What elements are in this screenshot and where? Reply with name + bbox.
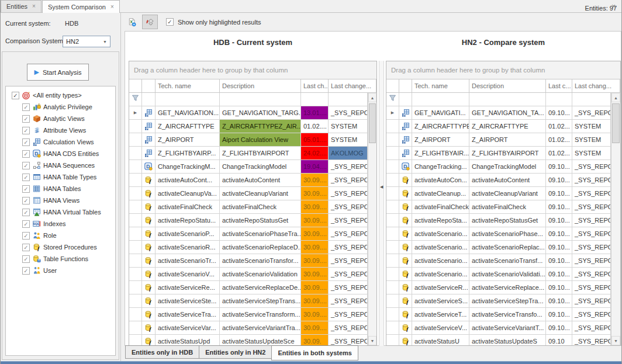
highlight-toggle-button[interactable] bbox=[142, 15, 158, 29]
comparison-system-select[interactable]: HN2 ▼ bbox=[63, 36, 110, 47]
table-row[interactable]: factivateScenarioTr...activateScenarioTr… bbox=[129, 254, 376, 268]
table-row[interactable]: factivateCleanup...activateCleanupVarian… bbox=[386, 187, 620, 200]
column-header[interactable]: Last change... bbox=[329, 79, 376, 93]
checkbox[interactable]: ✓ bbox=[22, 162, 30, 169]
table-row[interactable]: ▶GET_NAVIGATI...GET_NAVIGATION_TA...09.1… bbox=[386, 106, 620, 120]
export-to-excel-button[interactable]: X bbox=[124, 15, 140, 29]
column-header[interactable]: Last chang... bbox=[572, 79, 620, 93]
table-row[interactable]: factivateScenarioR...activateScenarioRep… bbox=[129, 241, 376, 254]
table-row[interactable]: factivateScenario...activateScenarioPhas… bbox=[386, 227, 620, 241]
show-only-highlighted-checkbox[interactable]: ✓ bbox=[166, 18, 174, 26]
table-row[interactable]: factivateFinalCheckactivateFinalCheck09.… bbox=[386, 200, 620, 214]
scrollbar-thumb[interactable] bbox=[612, 103, 620, 143]
table-row[interactable]: factivateServiceV...activateServiceVaria… bbox=[386, 321, 620, 335]
expand-row-icon[interactable]: ▶ bbox=[129, 106, 142, 120]
table-row[interactable]: factivateServiceTra...activateServiceTra… bbox=[129, 308, 376, 321]
table-row[interactable]: factivateFinalCheckactivateFinalCheck30.… bbox=[129, 200, 376, 214]
table-row[interactable]: factivateScenario...activateScenarioRepl… bbox=[386, 241, 620, 254]
checkbox[interactable]: ✓ bbox=[22, 244, 30, 251]
panel-splitter[interactable]: ◀ bbox=[379, 61, 384, 346]
table-row[interactable]: factivateServiceS...activateServiceStepT… bbox=[386, 294, 620, 308]
filter-cell[interactable] bbox=[142, 93, 156, 106]
tree-item-hana-tables[interactable]: ✓HANA Tables bbox=[6, 183, 115, 195]
filter-cell[interactable] bbox=[220, 93, 301, 106]
tree-item-table-functions[interactable]: ✓TTable Functions bbox=[6, 253, 115, 265]
vertical-scrollbar[interactable]: ▲▼ bbox=[368, 93, 376, 345]
table-row[interactable]: DChangeTracking...ChangeTrackingModel09.… bbox=[386, 160, 620, 174]
table-row[interactable]: factivateScenario...activateScenarioTran… bbox=[386, 254, 620, 268]
filter-cell[interactable] bbox=[546, 93, 572, 106]
scroll-down-icon[interactable]: ▼ bbox=[611, 336, 620, 345]
result-tab-entities-only-in-hn2[interactable]: Entities only in HN2 bbox=[199, 345, 272, 359]
filter-icon-cell[interactable] bbox=[386, 93, 399, 106]
checkbox[interactable]: ✓ bbox=[22, 127, 30, 134]
checkbox[interactable]: ✓ bbox=[22, 150, 30, 158]
scroll-down-icon[interactable]: ▼ bbox=[368, 336, 376, 345]
filter-cell[interactable] bbox=[572, 93, 611, 106]
table-row[interactable]: factivateScenarioV...activateScenarioVal… bbox=[129, 268, 376, 281]
document-tab-system-comparison[interactable]: System Comparison× bbox=[42, 0, 120, 13]
tree-item-hana-virtual-tables[interactable]: ✓HANA Virtual Tables bbox=[6, 206, 115, 218]
checkbox[interactable]: ✓ bbox=[22, 232, 30, 240]
table-row[interactable]: factivateScenarioP...activateScenarioPha… bbox=[129, 227, 376, 241]
checkbox[interactable]: ✓ bbox=[22, 103, 30, 111]
filter-cell[interactable] bbox=[412, 93, 469, 106]
checkbox[interactable]: ✓ bbox=[22, 174, 30, 181]
result-tab-entities-only-in-hdb[interactable]: Entities only in HDB bbox=[125, 345, 199, 359]
table-row[interactable]: factivateServiceSte...activateServiceSte… bbox=[129, 294, 376, 308]
checkbox[interactable]: ✓ bbox=[22, 138, 30, 146]
scroll-up-icon[interactable]: ▲ bbox=[368, 93, 376, 102]
tree-item-hana-views[interactable]: ✓HANA Views bbox=[6, 195, 115, 206]
checkbox[interactable]: ✓ bbox=[22, 185, 30, 193]
table-row[interactable]: DChangeTrackingM...ChangeTrackingModel19… bbox=[129, 160, 376, 174]
close-icon[interactable]: × bbox=[32, 4, 36, 9]
table-row[interactable]: factivateServiceRe...activateServiceRepl… bbox=[129, 281, 376, 294]
checkbox[interactable]: ✓ bbox=[12, 92, 19, 99]
table-row[interactable]: Z_AIRPORTZ_AIRPORT01.02...SYSTEM bbox=[386, 133, 620, 147]
table-row[interactable]: factivateServiceR...activateServiceRepla… bbox=[386, 281, 620, 294]
table-row[interactable]: Z_FLIGHTBYAIR...Z_FLIGHTBYAIRPORT01.02..… bbox=[386, 147, 620, 160]
tree-item-role[interactable]: ✓Role bbox=[6, 230, 115, 241]
tree-item-attribute-views[interactable]: ✓Attribute Views bbox=[6, 124, 115, 136]
table-row[interactable]: factivateCleanupVa...activateCleanupVari… bbox=[129, 187, 376, 200]
checkbox[interactable]: ✓ bbox=[22, 267, 30, 275]
tree-item-hana-cds-entities[interactable]: ✓DHANA CDS Entities bbox=[6, 148, 115, 160]
tree-item-calculation-views[interactable]: ✓Calculation Views bbox=[6, 136, 115, 148]
column-header[interactable]: Description bbox=[469, 79, 546, 93]
table-row[interactable]: factivateAutoCont...activateAutoContent3… bbox=[129, 174, 376, 187]
close-icon[interactable]: × bbox=[110, 4, 114, 10]
table-row[interactable]: factivateServiceT...activateServiceTrans… bbox=[386, 308, 620, 321]
checkbox[interactable]: ✓ bbox=[22, 197, 30, 204]
result-tab-entities-in-both-systems[interactable]: Entities in both systems bbox=[271, 345, 358, 360]
checkbox[interactable]: ✓ bbox=[22, 209, 30, 216]
tree-item-analytic-views[interactable]: ✓Analytic Views bbox=[6, 113, 115, 124]
tree-item-user[interactable]: ✓User bbox=[6, 265, 115, 276]
table-row[interactable]: factivateScenario...activateScenarioVali… bbox=[386, 268, 620, 281]
table-row[interactable]: ▶GET_NAVIGATION...GET_NAVIGATION_TARG...… bbox=[129, 106, 376, 120]
tree-item-hana-sequences[interactable]: ✓HANA Sequences bbox=[6, 160, 115, 171]
checkbox[interactable]: ✓ bbox=[22, 220, 30, 228]
table-row[interactable]: factivateRepoSta...activateRepoStatusGet… bbox=[386, 214, 620, 227]
table-row[interactable]: Z_AIRCRAFTTYPEZ_AIRCRAFTTYPEZ_AIR...01.0… bbox=[129, 120, 376, 133]
scrollbar-thumb[interactable] bbox=[369, 103, 376, 143]
start-analysis-button[interactable]: ▶ Start Analysis bbox=[27, 64, 89, 81]
filter-cell[interactable] bbox=[399, 93, 412, 106]
document-tab-entities[interactable]: Entities× bbox=[1, 0, 42, 12]
table-row[interactable]: Z_FLIGHTBYAIRP...Z_FLIGHTBYAIRPORT24.02.… bbox=[129, 147, 376, 160]
scroll-up-icon[interactable]: ▲ bbox=[611, 93, 620, 102]
table-row[interactable]: Z_AIRPORTAiport Calculation View05.01...… bbox=[129, 133, 376, 147]
table-row[interactable]: factivateRepoStatu...activateRepoStatusG… bbox=[129, 214, 376, 227]
filter-cell[interactable] bbox=[329, 93, 368, 106]
expand-row-icon[interactable]: ▶ bbox=[386, 106, 399, 120]
checkbox[interactable]: ✓ bbox=[22, 115, 30, 123]
filter-cell[interactable] bbox=[301, 93, 329, 106]
table-row[interactable]: factivateServiceVar...activateServiceVar… bbox=[129, 321, 376, 335]
column-header[interactable]: Last c... bbox=[546, 79, 572, 93]
filter-cell[interactable] bbox=[469, 93, 546, 106]
vertical-scrollbar[interactable]: ▲▼ bbox=[611, 93, 620, 345]
column-header[interactable]: Description bbox=[220, 79, 301, 93]
column-header[interactable]: Tech. name bbox=[156, 79, 220, 93]
tree-item-hana-table-types[interactable]: ✓HANA Table Types bbox=[6, 171, 115, 183]
table-row[interactable]: factivateStatusUpdactivateStatusUpdateSc… bbox=[129, 335, 376, 346]
tree-item--all-entity-types-[interactable]: ✓<All entity types> bbox=[6, 89, 115, 101]
